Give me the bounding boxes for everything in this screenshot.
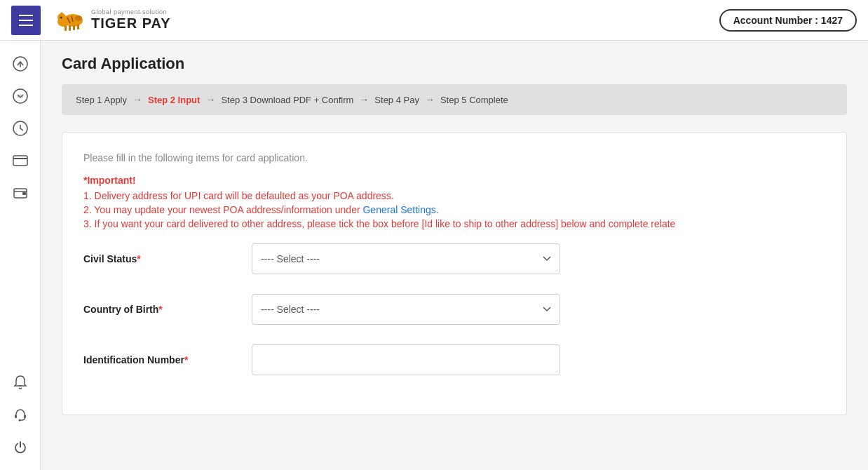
step-3: Step 3 Download PDF + Confirm [221, 95, 353, 105]
svg-point-14 [13, 89, 27, 103]
svg-rect-22 [15, 415, 17, 418]
svg-point-3 [75, 15, 82, 21]
identification-number-group: Identification Number* [83, 344, 825, 375]
svg-rect-9 [69, 25, 71, 31]
page-title: Card Application [62, 55, 847, 73]
sidebar-icon-wallet[interactable] [6, 178, 35, 208]
step-arrow-2: → [205, 94, 215, 105]
important-section: *Important! 1. Delivery address for UPI … [83, 175, 825, 229]
logo-text: Global payment solution TIGER PAY [91, 9, 170, 32]
sidebar-icon-upload[interactable] [6, 49, 35, 79]
svg-marker-6 [59, 12, 65, 15]
step-arrow-4: → [425, 94, 435, 105]
sidebar-icon-headset[interactable] [6, 400, 35, 429]
history-icon [13, 121, 28, 136]
svg-rect-19 [22, 192, 26, 195]
svg-rect-23 [24, 415, 26, 418]
svg-point-24 [18, 419, 20, 422]
step-5: Step 5 Complete [440, 95, 508, 105]
step-arrow-1: → [133, 94, 142, 105]
sidebar-icon-bell[interactable] [6, 368, 35, 397]
hamburger-button[interactable] [11, 6, 41, 35]
civil-status-label: Civil Status* [83, 253, 238, 264]
svg-rect-8 [65, 25, 67, 31]
card-icon [13, 154, 28, 167]
civil-status-group: Civil Status* ---- Select ---- Single Ma… [83, 243, 825, 274]
topbar: Global payment solution TIGER PAY Accoun… [0, 0, 868, 41]
svg-rect-11 [77, 25, 79, 29]
identification-number-input[interactable] [252, 344, 560, 375]
svg-rect-10 [73, 25, 75, 30]
form-card: Please fill in the following items for c… [62, 132, 847, 415]
important-item-1: 1. Delivery address for UPI card will be… [83, 190, 825, 201]
main-layout: Card Application Step 1 Apply → Step 2 I… [0, 41, 868, 470]
step-4: Step 4 Pay [374, 95, 419, 105]
power-icon [13, 439, 28, 455]
steps-bar: Step 1 Apply → Step 2 Input → Step 3 Dow… [62, 84, 847, 115]
identification-number-label: Identification Number* [83, 354, 238, 365]
country-of-birth-group: Country of Birth* ---- Select ---- Phili… [83, 294, 825, 325]
country-of-birth-label: Country of Birth* [83, 304, 238, 315]
logo-tagline: Global payment solution [91, 9, 170, 16]
important-title: *Important! [83, 175, 825, 186]
sidebar-icon-transfer[interactable] [6, 81, 35, 111]
general-settings-link[interactable]: General Settings. [362, 204, 438, 215]
transfer-icon [13, 88, 28, 104]
sidebar-icon-card[interactable] [6, 146, 35, 175]
content-area: Card Application Step 1 Apply → Step 2 I… [41, 41, 868, 470]
important-item-3: 3. If you want your card delivered to ot… [83, 218, 825, 229]
logo-area: Global payment solution TIGER PAY [52, 8, 170, 33]
civil-status-select[interactable]: ---- Select ---- Single Married Divorced… [252, 243, 560, 274]
wallet-icon [13, 185, 28, 201]
important-item-2: 2. You may update your newest POA addres… [83, 204, 825, 215]
upload-icon [13, 56, 28, 72]
country-of-birth-select[interactable]: ---- Select ---- Philippines USA Japan C… [252, 294, 560, 325]
instruction-text: Please fill in the following items for c… [83, 152, 825, 163]
account-number-badge: Account Number : 1427 [719, 9, 857, 32]
step-arrow-3: → [359, 94, 369, 105]
headset-icon [13, 407, 28, 422]
step-2: Step 2 Input [148, 95, 200, 105]
sidebar [0, 41, 41, 470]
logo-brand-name: TIGER PAY [91, 15, 170, 31]
svg-rect-16 [13, 156, 27, 166]
tiger-logo-icon [52, 8, 86, 33]
bell-icon [13, 375, 27, 390]
sidebar-icon-power[interactable] [6, 432, 35, 462]
svg-point-7 [60, 16, 62, 18]
sidebar-icon-history[interactable] [6, 114, 35, 143]
step-1: Step 1 Apply [76, 95, 127, 105]
